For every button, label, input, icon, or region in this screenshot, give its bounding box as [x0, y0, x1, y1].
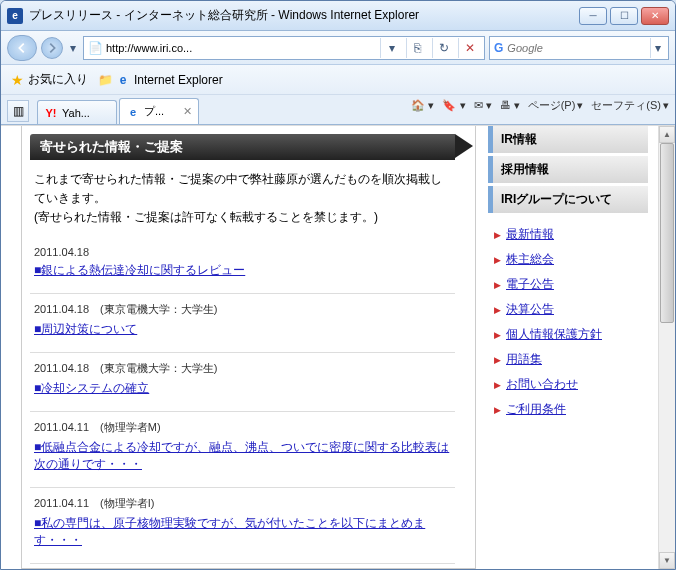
sidebar-category[interactable]: IR情報 [488, 126, 648, 153]
sidebar-category[interactable]: IRIグループについて [488, 186, 648, 213]
post-item: 2011.04.18 (東京電機大学：大学生)■冷却システムの確立 [30, 353, 455, 412]
sidebar-link[interactable]: 個人情報保護方針 [506, 326, 602, 343]
window-title: プレスリリース - インターネット総合研究所 - Windows Interne… [29, 7, 579, 24]
ie-icon: e [116, 73, 130, 87]
new-tab-button[interactable]: ▥ [7, 100, 29, 122]
search-dropdown[interactable]: ▾ [650, 38, 664, 58]
tab-label: プ... [144, 104, 164, 119]
search-input[interactable] [507, 42, 646, 54]
tab-close-icon[interactable]: ✕ [183, 105, 192, 118]
ie-favicon: e [7, 8, 23, 24]
scroll-track[interactable] [659, 143, 675, 552]
minimize-button[interactable]: ─ [579, 7, 607, 25]
post-item: 2011.04.11 (物理学者M)■金属材料を充填して熱伝達にて冷却する。例え… [30, 564, 455, 569]
ie-link-label: Internet Explorer [134, 73, 223, 87]
scroll-up-button[interactable]: ▲ [659, 126, 675, 143]
post-date: 2011.04.18 [34, 246, 451, 258]
post-item: 2011.04.18 (東京電機大学：大学生)■周辺対策について [30, 294, 455, 353]
sidebar: IR情報採用情報IRIグループについて ▶最新情報▶株主総会▶電子公告▶決算公告… [488, 126, 658, 569]
history-dropdown[interactable]: ▾ [67, 35, 79, 61]
scroll-down-button[interactable]: ▼ [659, 552, 675, 569]
address-bar[interactable]: 📄 ▾ ⎘ ↻ ✕ [83, 36, 485, 60]
sidebar-category[interactable]: 採用情報 [488, 156, 648, 183]
post-item: 2011.04.18■銀による熱伝達冷却に関するレビュー [30, 238, 455, 294]
sidebar-link-item: ▶決算公告 [494, 297, 648, 322]
sidebar-link[interactable]: お問い合わせ [506, 376, 578, 393]
sidebar-link-item: ▶お問い合わせ [494, 372, 648, 397]
tab-label: Yah... [62, 107, 90, 119]
sidebar-link[interactable]: 用語集 [506, 351, 542, 368]
arrow-icon: ▶ [494, 230, 501, 240]
sidebar-link-item: ▶最新情報 [494, 222, 648, 247]
main-column: 寄せられた情報・ご提案 これまで寄せられた情報・ご提案の中で弊社藤原が選んだもの… [21, 126, 476, 569]
ie-tab-icon: e [126, 105, 140, 119]
post-link[interactable]: ■冷却システムの確立 [34, 381, 149, 395]
feeds-icon[interactable]: 🔖 ▾ [442, 99, 465, 112]
post-date: 2011.04.18 (東京電機大学：大学生) [34, 361, 451, 376]
post-date: 2011.04.11 (物理学者I) [34, 496, 451, 511]
arrow-icon: ▶ [494, 280, 501, 290]
navbar: ▾ 📄 ▾ ⎘ ↻ ✕ G ▾ [1, 31, 675, 65]
back-button[interactable] [7, 35, 37, 61]
arrow-icon: ▶ [494, 255, 501, 265]
tab-active[interactable]: e プ... ✕ [119, 98, 199, 124]
close-button[interactable]: ✕ [641, 7, 669, 25]
sidebar-link-item: ▶ご利用条件 [494, 397, 648, 422]
mail-icon[interactable]: ✉ ▾ [474, 99, 492, 112]
arrow-icon: ▶ [494, 305, 501, 315]
arrow-icon: ▶ [494, 380, 501, 390]
url-input[interactable] [106, 42, 376, 54]
search-box[interactable]: G ▾ [489, 36, 669, 60]
refresh-icon[interactable]: ↻ [432, 38, 454, 58]
favorites-label: お気に入り [28, 71, 88, 88]
star-icon: ★ [11, 72, 24, 88]
forward-button[interactable] [41, 37, 63, 59]
post-link[interactable]: ■低融点合金による冷却ですが、融点、沸点、ついでに密度に関する比較表は次の通りで… [34, 440, 449, 471]
sidebar-link-item: ▶個人情報保護方針 [494, 322, 648, 347]
favorites-button[interactable]: ★ お気に入り [11, 71, 88, 88]
section-header: 寄せられた情報・ご提案 [30, 134, 455, 160]
arrow-icon: ▶ [494, 355, 501, 365]
sidebar-link-item: ▶電子公告 [494, 272, 648, 297]
sidebar-link[interactable]: ご利用条件 [506, 401, 566, 418]
folder-icon: 📁 [98, 73, 112, 87]
post-link[interactable]: ■私の専門は、原子核物理実験ですが、気が付いたことを以下にまとめます・・・ [34, 516, 425, 547]
compat-view-icon[interactable]: ⎘ [406, 38, 428, 58]
scrollbar[interactable]: ▲ ▼ [658, 126, 675, 569]
post-item: 2011.04.11 (物理学者I)■私の専門は、原子核物理実験ですが、気が付い… [30, 488, 455, 564]
intro-text: これまで寄せられた情報・ご提案の中で弊社藤原が選んだものを順次掲載していきます。… [30, 160, 455, 238]
stop-icon[interactable]: ✕ [458, 38, 480, 58]
arrow-icon: ▶ [494, 405, 501, 415]
post-date: 2011.04.18 (東京電機大学：大学生) [34, 302, 451, 317]
google-icon: G [494, 41, 503, 55]
sidebar-link[interactable]: 株主総会 [506, 251, 554, 268]
tab-bar: ▥ Y! Yah... e プ... ✕ 🏠 ▾ 🔖 ▾ ✉ ▾ 🖶 ▾ ページ… [1, 95, 675, 125]
sidebar-link[interactable]: 決算公告 [506, 301, 554, 318]
sidebar-link-item: ▶用語集 [494, 347, 648, 372]
sidebar-link[interactable]: 電子公告 [506, 276, 554, 293]
page-menu[interactable]: ページ(P) ▾ [528, 98, 584, 113]
favorites-ie-link[interactable]: 📁 e Internet Explorer [98, 73, 223, 87]
content-area: 寄せられた情報・ご提案 これまで寄せられた情報・ご提案の中で弊社藤原が選んだもの… [1, 125, 675, 569]
home-icon[interactable]: 🏠 ▾ [411, 99, 434, 112]
tab-yahoo[interactable]: Y! Yah... [37, 100, 117, 124]
post-link[interactable]: ■銀による熱伝達冷却に関するレビュー [34, 263, 245, 277]
post-link[interactable]: ■周辺対策について [34, 322, 137, 336]
arrow-icon: ▶ [494, 330, 501, 340]
post-date: 2011.04.11 (物理学者M) [34, 420, 451, 435]
scroll-thumb[interactable] [660, 143, 674, 323]
safety-menu[interactable]: セーフティ(S) ▾ [591, 98, 669, 113]
print-icon[interactable]: 🖶 ▾ [500, 99, 520, 112]
command-bar: 🏠 ▾ 🔖 ▾ ✉ ▾ 🖶 ▾ ページ(P) ▾ セーフティ(S) ▾ [411, 98, 669, 113]
maximize-button[interactable]: ☐ [610, 7, 638, 25]
titlebar: e プレスリリース - インターネット総合研究所 - Windows Inter… [1, 1, 675, 31]
sidebar-link[interactable]: 最新情報 [506, 226, 554, 243]
post-item: 2011.04.11 (物理学者M)■低融点合金による冷却ですが、融点、沸点、つ… [30, 412, 455, 488]
url-dropdown[interactable]: ▾ [380, 38, 402, 58]
yahoo-icon: Y! [44, 106, 58, 120]
page-icon: 📄 [88, 41, 102, 55]
sidebar-link-item: ▶株主総会 [494, 247, 648, 272]
favorites-bar: ★ お気に入り 📁 e Internet Explorer [1, 65, 675, 95]
